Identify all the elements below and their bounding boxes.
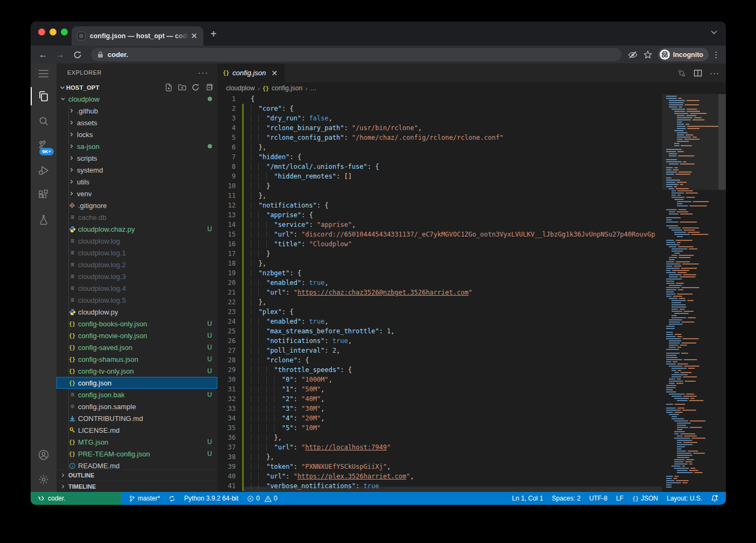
tab-close-icon[interactable]: ✕	[189, 31, 199, 41]
tree-item-config-tv-only.json[interactable]: {}config-tv-only.jsonU	[56, 365, 217, 377]
forward-button[interactable]: →	[53, 50, 67, 60]
back-button[interactable]: ←	[36, 50, 50, 60]
explorer-more-actions-icon[interactable]: ···	[198, 68, 209, 77]
code-editor[interactable]: 1{2 "core": {3 "dry_run": false,4 "rclon…	[217, 94, 662, 492]
code-line[interactable]: 11 },	[217, 191, 662, 201]
code-line[interactable]: 3 "dry_run": false,	[217, 113, 662, 123]
encoding-status[interactable]: UTF-8	[589, 495, 607, 502]
code-line[interactable]: 17 }	[217, 249, 662, 259]
code-line[interactable]: 26 "notifications": true,	[217, 336, 662, 346]
code-line[interactable]: 39 "token": "PXNNXUEfYSCkUspGiiXj",	[217, 462, 662, 471]
cursor-position-status[interactable]: Ln 1, Col 1	[512, 495, 543, 502]
tree-item-config-movie-only.json[interactable]: {}config-movie-only.jsonU	[56, 330, 217, 341]
tree-item-README.md[interactable]: README.md	[56, 460, 217, 469]
split-editor-icon[interactable]	[694, 69, 702, 77]
code-line[interactable]: 21 "url": "https://chaz:chaz3526@nzbget.…	[217, 288, 662, 297]
account-icon[interactable]	[31, 442, 56, 467]
code-link[interactable]: http://localhost:7949	[305, 444, 387, 451]
code-line[interactable]: 23 "plex": {	[217, 307, 662, 317]
search-activity-icon[interactable]	[31, 109, 56, 133]
tree-item-cache.db[interactable]: ≡cache.db	[56, 211, 217, 223]
extensions-activity-icon[interactable]	[31, 183, 56, 208]
code-line[interactable]: 34 "4": "20M",	[217, 413, 662, 423]
code-line[interactable]: 20 "enabled": true,	[217, 278, 662, 288]
code-line[interactable]: 38 },	[217, 452, 662, 462]
code-line[interactable]: 12 "notifications": {	[217, 201, 662, 210]
browser-tab[interactable]: config.json — host_opt — code ✕	[72, 26, 203, 46]
tree-item-cloudplow.log.4[interactable]: ≡cloudplow.log.4	[56, 282, 217, 294]
sync-button[interactable]	[168, 495, 175, 502]
code-line[interactable]: 8 "/mnt/local/.unionfs-fuse": {	[217, 162, 662, 172]
address-bar[interactable]: coder.	[91, 48, 621, 61]
outline-section-header[interactable]: OUTLINE	[56, 469, 217, 481]
tree-item-config-books-only.json[interactable]: {}config-books-only.jsonU	[56, 318, 217, 330]
tree-item-.gitignore[interactable]: .gitignore	[56, 199, 217, 211]
code-line[interactable]: 31 "1": "50M",	[217, 384, 662, 394]
new-folder-icon[interactable]	[178, 83, 186, 91]
eye-off-icon[interactable]	[628, 50, 640, 60]
code-line[interactable]: 1{	[217, 94, 662, 104]
tree-item-utils[interactable]: utils	[56, 176, 217, 188]
tree-item-config.json.sample[interactable]: ≡config.json.sample	[56, 401, 217, 412]
code-line[interactable]: 33 "3": "30M",	[217, 404, 662, 413]
tree-item-venv[interactable]: venv	[56, 188, 217, 199]
code-line[interactable]: 28 "rclone": {	[217, 355, 662, 365]
code-link[interactable]: https://plex.3526harriet.com	[298, 473, 406, 480]
more-actions-icon[interactable]: ···	[710, 68, 719, 77]
open-changes-icon[interactable]	[677, 69, 686, 77]
tree-item-cloudplow[interactable]: cloudplow	[56, 93, 217, 105]
tree-item-scripts[interactable]: scripts	[56, 152, 217, 164]
python-interpreter-status[interactable]: Python 3.9.2 64-bit	[184, 495, 238, 502]
bookmark-star-icon[interactable]	[643, 50, 655, 60]
code-line[interactable]: 24 "enabled": true,	[217, 317, 662, 326]
code-line[interactable]: 5 "rclone_config_path": "/home/chaz/.con…	[217, 133, 662, 142]
code-line[interactable]: 30 "0": "1000M",	[217, 375, 662, 384]
code-link[interactable]: https://chaz:chaz3526@nzbget.3526harriet…	[298, 289, 469, 296]
keyboard-layout-status[interactable]: Layout: U.S.	[667, 495, 702, 502]
code-line[interactable]: 14 "service": "apprise",	[217, 220, 662, 230]
tree-item-MTG.json[interactable]: {}MTG.jsonU	[56, 436, 217, 448]
tree-item-locks[interactable]: locks	[56, 128, 217, 140]
tree-item-config.json.bak[interactable]: ≡config.json.bakU	[56, 389, 217, 401]
remote-indicator[interactable]: coder.	[31, 492, 121, 505]
timeline-section-header[interactable]: TIMELINE	[56, 481, 217, 492]
notifications-bell-icon[interactable]	[711, 495, 718, 502]
tree-item-config.json[interactable]: {}config.json	[56, 377, 217, 389]
new-file-icon[interactable]	[165, 83, 173, 91]
code-line[interactable]: 6 },	[217, 142, 662, 152]
code-line[interactable]: 40 "url": "https://plex.3526harriet.com"…	[217, 471, 662, 481]
editor-tab-config-json[interactable]: {} config.json ✕	[217, 63, 285, 82]
close-window-button[interactable]	[38, 28, 45, 35]
tab-search-chevron-icon[interactable]	[711, 30, 717, 34]
code-line[interactable]: 25 "max_streams_before_throttle": 1,	[217, 326, 662, 336]
code-line[interactable]: 36 },	[217, 433, 662, 442]
indentation-status[interactable]: Spaces: 2	[552, 495, 581, 502]
code-line[interactable]: 22 },	[217, 297, 662, 307]
minimize-window-button[interactable]	[50, 28, 56, 35]
close-editor-icon[interactable]: ✕	[271, 69, 278, 77]
tree-item-cloudplow.py[interactable]: cloudplow.py	[56, 306, 217, 318]
reload-button[interactable]	[70, 51, 84, 59]
tree-item-config-saved.json[interactable]: {}config-saved.jsonU	[56, 341, 217, 353]
new-tab-button[interactable]: +	[210, 29, 217, 39]
fullscreen-window-button[interactable]	[61, 28, 68, 35]
code-line[interactable]: 37 "url": "http://localhost:7949"	[217, 442, 662, 452]
tree-item-cloudplow.log.5[interactable]: ≡cloudplow.log.5	[56, 294, 217, 306]
tree-item-cloudplow.log.3[interactable]: ≡cloudplow.log.3	[56, 270, 217, 282]
source-control-activity-icon[interactable]: 9K+	[31, 133, 56, 158]
code-line[interactable]: 9 "hidden_remotes": []	[217, 172, 662, 181]
tree-item-cloudplow.chaz.py[interactable]: cloudplow.chaz.pyU	[56, 223, 217, 235]
tree-item-cloudplow.log.2[interactable]: ≡cloudplow.log.2	[56, 259, 217, 270]
tree-item-assets[interactable]: assets	[56, 117, 217, 128]
vertical-scrollbar[interactable]	[718, 94, 726, 190]
code-line[interactable]: 27 "poll_interval": 2,	[217, 346, 662, 355]
breadcrumb-folder[interactable]: cloudplow	[226, 84, 255, 92]
code-line[interactable]: 10 }	[217, 181, 662, 191]
breadcrumb-file[interactable]: config.json	[272, 84, 302, 92]
code-line[interactable]: 7 "hidden": {	[217, 152, 662, 162]
collapse-all-icon[interactable]	[205, 83, 213, 91]
eol-status[interactable]: LF	[616, 495, 624, 502]
tree-item-LICENSE.md[interactable]: LICENSE.md	[56, 424, 217, 436]
problems-status[interactable]: 0 0	[247, 495, 277, 502]
tree-item-systemd[interactable]: systemd	[56, 164, 217, 176]
